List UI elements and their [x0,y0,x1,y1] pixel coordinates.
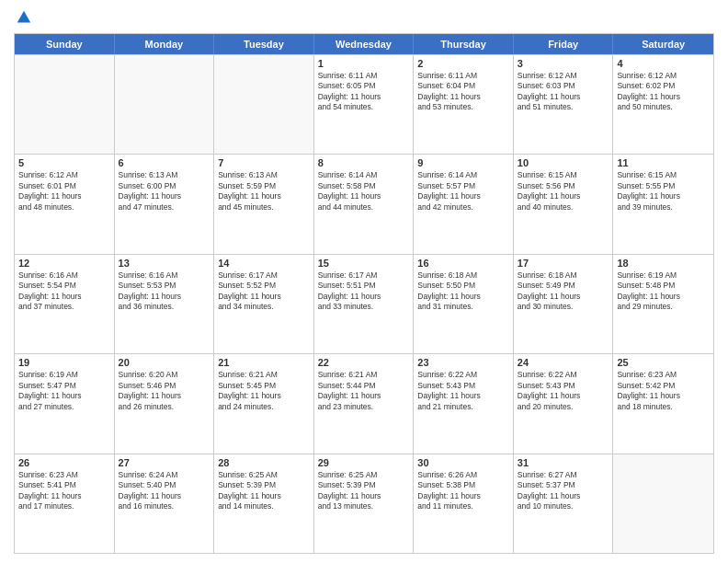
cell-line: and 53 minutes. [417,102,509,112]
cell-line: Daylight: 11 hours [119,491,210,501]
cell-line: Sunset: 6:00 PM [119,181,210,191]
cell-line: Sunrise: 6:25 AM [218,470,310,480]
cell-line: and 37 minutes. [18,302,110,312]
calendar-cell: 15Sunrise: 6:17 AMSunset: 5:51 PMDayligh… [314,255,415,353]
cell-line: Daylight: 11 hours [518,491,609,501]
cell-line: and 34 minutes. [218,302,310,312]
day-number: 10 [518,157,609,168]
cell-line: Sunrise: 6:13 AM [119,170,210,180]
cell-line: and 27 minutes. [18,402,110,412]
day-number: 16 [417,258,509,269]
cell-line: Daylight: 11 hours [617,191,710,201]
cell-line: Sunset: 5:52 PM [218,281,310,291]
calendar-cell: 5Sunrise: 6:12 AMSunset: 6:01 PMDaylight… [15,155,115,253]
cell-line: Daylight: 11 hours [218,391,310,401]
cell-line: Sunset: 5:56 PM [518,181,609,191]
cell-line: Sunrise: 6:17 AM [318,270,410,281]
cell-line: Sunset: 5:57 PM [417,181,509,191]
calendar-cell [214,55,314,154]
cell-line: and 31 minutes. [417,302,509,312]
cell-line: Sunrise: 6:27 AM [518,470,609,480]
cell-line: Daylight: 11 hours [18,391,110,401]
cell-line: and 13 minutes. [318,501,410,511]
calendar-cell [613,454,713,553]
cell-line: Sunrise: 6:12 AM [617,71,710,81]
cell-line: and 47 minutes. [119,202,210,213]
cell-line: Sunrise: 6:22 AM [417,370,509,380]
cell-line: Sunrise: 6:14 AM [417,170,509,180]
cell-line: Sunset: 5:54 PM [18,281,110,291]
calendar-cell [15,55,115,154]
cell-line: and 11 minutes. [417,501,509,511]
header [14,9,714,26]
calendar-cell: 25Sunrise: 6:23 AMSunset: 5:42 PMDayligh… [613,354,713,453]
cell-line: Daylight: 11 hours [518,191,609,201]
calendar-cell: 29Sunrise: 6:25 AMSunset: 5:39 PMDayligh… [314,454,415,553]
cell-line: and 21 minutes. [417,402,509,412]
cell-line: and 14 minutes. [218,501,310,511]
day-number: 23 [417,357,509,368]
cell-line: and 17 minutes. [18,501,110,511]
cell-line: Sunset: 5:38 PM [417,480,509,490]
day-number: 1 [318,58,410,69]
calendar-cell: 2Sunrise: 6:11 AMSunset: 6:04 PMDaylight… [414,55,514,154]
logo-icon [16,9,32,26]
cell-line: Sunset: 6:03 PM [518,81,609,91]
cell-line: Sunset: 5:39 PM [218,480,310,490]
cell-line: Daylight: 11 hours [617,391,710,401]
cell-line: Sunrise: 6:15 AM [617,170,710,180]
cell-line: Sunrise: 6:19 AM [18,370,110,380]
cell-line: and 20 minutes. [518,402,609,412]
calendar-cell: 24Sunrise: 6:22 AMSunset: 5:43 PMDayligh… [514,354,614,453]
calendar-cell: 3Sunrise: 6:12 AMSunset: 6:03 PMDaylight… [514,55,614,154]
cell-line: Daylight: 11 hours [119,191,210,201]
cell-line: and 10 minutes. [518,501,609,511]
cell-line: and 44 minutes. [318,202,410,213]
calendar-cell: 11Sunrise: 6:15 AMSunset: 5:55 PMDayligh… [613,155,713,253]
cell-line: Sunset: 5:58 PM [318,181,410,191]
day-number: 25 [617,357,710,368]
cell-line: Sunset: 5:44 PM [318,381,410,391]
header-cell-friday: Friday [514,34,614,54]
cell-line: Sunrise: 6:25 AM [318,470,410,480]
day-number: 24 [518,357,609,368]
cell-line: and 30 minutes. [518,302,609,312]
cell-line: Sunset: 5:49 PM [518,281,609,291]
cell-line: Daylight: 11 hours [218,292,310,302]
cell-line: Daylight: 11 hours [518,292,609,302]
calendar-cell: 31Sunrise: 6:27 AMSunset: 5:37 PMDayligh… [514,454,614,553]
day-number: 19 [18,357,110,368]
header-cell-sunday: Sunday [15,34,115,54]
cell-line: Sunset: 5:51 PM [318,281,410,291]
cell-line: and 48 minutes. [18,202,110,213]
calendar-cell: 20Sunrise: 6:20 AMSunset: 5:46 PMDayligh… [115,354,215,453]
calendar-cell: 27Sunrise: 6:24 AMSunset: 5:40 PMDayligh… [115,454,215,553]
day-number: 22 [318,357,410,368]
calendar-cell: 22Sunrise: 6:21 AMSunset: 5:44 PMDayligh… [314,354,415,453]
cell-line: Sunrise: 6:22 AM [518,370,609,380]
day-number: 6 [119,157,210,168]
day-number: 28 [218,457,310,468]
day-number: 9 [417,157,509,168]
cell-line: Daylight: 11 hours [518,92,609,102]
day-number: 14 [218,258,310,269]
header-cell-tuesday: Tuesday [214,34,314,54]
cell-line: Sunset: 5:47 PM [18,381,110,391]
cell-line: Sunset: 5:39 PM [318,480,410,490]
calendar-cell: 14Sunrise: 6:17 AMSunset: 5:52 PMDayligh… [214,255,314,353]
cell-line: Sunset: 5:59 PM [218,181,310,191]
cell-line: Sunset: 5:46 PM [119,381,210,391]
cell-line: Daylight: 11 hours [417,391,509,401]
calendar-cell: 17Sunrise: 6:18 AMSunset: 5:49 PMDayligh… [514,255,614,353]
cell-line: and 54 minutes. [318,102,410,112]
cell-line: and 40 minutes. [518,202,609,213]
cell-line: Sunrise: 6:21 AM [318,370,410,380]
calendar: SundayMondayTuesdayWednesdayThursdayFrid… [14,33,714,554]
day-number: 20 [119,357,210,368]
day-number: 4 [617,58,710,69]
cell-line: Daylight: 11 hours [18,491,110,501]
day-number: 18 [617,258,710,269]
cell-line: Sunrise: 6:26 AM [417,470,509,480]
cell-line: Sunset: 5:50 PM [417,281,509,291]
header-cell-monday: Monday [115,34,215,54]
